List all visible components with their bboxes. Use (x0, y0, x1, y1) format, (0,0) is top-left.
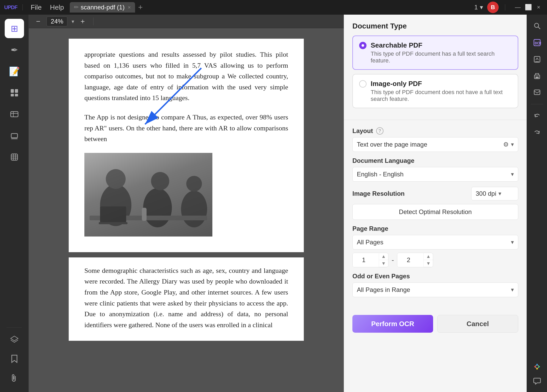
range-to-down[interactable]: ▼ (424, 260, 433, 267)
page-range-inputs: ▲ ▼ - ▲ ▼ (352, 253, 518, 267)
range-to-input[interactable] (397, 253, 423, 267)
range-from-input[interactable] (353, 253, 379, 267)
image-only-pdf-radio[interactable] (359, 80, 366, 88)
sidebar-item-convert[interactable] (5, 105, 24, 124)
resolution-value: 300 dpi (476, 190, 496, 197)
ocr-right-button[interactable]: OCR (530, 36, 544, 50)
document-type-title: Document Type (352, 22, 518, 30)
minimize-button[interactable]: — (514, 3, 522, 11)
sidebar-item-annotate[interactable]: 📝 (5, 62, 24, 81)
svg-rect-10 (11, 154, 18, 160)
svg-point-37 (536, 365, 539, 368)
action-buttons: Perform OCR Cancel (344, 310, 527, 340)
toolbar-sep (93, 18, 94, 25)
theme-right-button[interactable] (530, 360, 544, 374)
cancel-button[interactable]: Cancel (437, 315, 519, 333)
svg-rect-2 (11, 94, 14, 96)
page-range-value: All Pages (357, 239, 383, 246)
range-to-up[interactable]: ▲ (424, 253, 433, 260)
svg-point-28 (534, 23, 539, 27)
searchable-pdf-option[interactable]: Searchable PDF This type of PDF document… (352, 36, 518, 70)
svg-point-23 (186, 176, 202, 192)
resolution-setting: Image Resolution 300 dpi ▾ Detect Optima… (352, 187, 518, 220)
sidebar-item-protect[interactable] (5, 147, 24, 167)
page-range-label: Page Range (352, 225, 518, 232)
svg-rect-4 (11, 112, 18, 117)
detect-resolution-button[interactable]: Detect Optimal Resolution (352, 204, 518, 220)
undo-right-button[interactable] (530, 108, 544, 123)
language-label: Document Language (352, 157, 518, 164)
range-from-spin: ▲ ▼ (379, 253, 388, 267)
sidebar-item-viewer[interactable]: ⊞ (5, 19, 24, 38)
share-right-button[interactable] (530, 86, 544, 100)
range-from-up[interactable]: ▲ (379, 253, 388, 260)
range-from-down[interactable]: ▼ (379, 260, 388, 267)
odd-even-select[interactable]: All Pages in Range ▾ (352, 283, 518, 297)
resolution-arrow-icon[interactable]: ▾ (498, 190, 501, 197)
page-range-setting: Page Range All Pages ▾ ▲ ▼ - (352, 225, 518, 267)
odd-even-arrow-icon[interactable]: ▾ (511, 286, 514, 293)
layout-label: Layout ? (352, 127, 518, 135)
left-sidebar: ⊞ ✒ 📝 (0, 15, 29, 392)
user-avatar[interactable]: B (487, 2, 499, 13)
svg-rect-3 (15, 94, 18, 96)
resolution-select[interactable]: 300 dpi ▾ (471, 187, 518, 200)
searchable-pdf-text: Searchable PDF This type of PDF document… (371, 41, 511, 64)
add-tab-button[interactable]: + (136, 2, 145, 13)
page-range-arrow-icon[interactable]: ▾ (511, 239, 514, 246)
layout-setting: Layout ? Text over the page image ⚙ ▾ (352, 127, 518, 152)
redo-right-button[interactable] (530, 125, 544, 139)
searchable-pdf-desc: This type of PDF document has a full tex… (371, 50, 511, 64)
tab-close-button[interactable]: × (128, 4, 131, 10)
sidebar-item-edit[interactable]: ✒ (5, 40, 24, 60)
layout-arrow-icon[interactable]: ▾ (511, 141, 514, 148)
sidebar-item-attach[interactable] (5, 368, 24, 388)
comment-right-button[interactable] (530, 374, 544, 388)
pdf-image (84, 153, 212, 237)
zoom-in-button[interactable]: + (78, 16, 87, 27)
export-right-button[interactable] (530, 52, 544, 66)
svg-rect-32 (534, 56, 540, 62)
zoom-arrow-icon[interactable]: ▾ (72, 18, 74, 25)
layout-help-icon[interactable]: ? (376, 127, 383, 135)
zoom-out-button[interactable]: − (34, 16, 42, 27)
close-button[interactable]: × (534, 3, 543, 11)
toolbar: − 24% ▾ + (29, 15, 344, 28)
page-range-select[interactable]: All Pages ▾ (352, 235, 518, 250)
sidebar-bottom-icons (5, 325, 24, 388)
language-arrow-icon[interactable]: ▾ (511, 171, 514, 178)
tab-edit-icon: ✏ (74, 4, 79, 11)
menu-help[interactable]: Help (47, 2, 66, 13)
odd-even-label: Odd or Even Pages (352, 273, 518, 280)
right-bar-bottom (530, 360, 544, 388)
svg-rect-25 (100, 206, 126, 223)
page-nav[interactable]: 1 ▾ (474, 4, 483, 11)
search-right-button[interactable] (530, 19, 544, 33)
image-only-pdf-label: Image-only PDF (371, 80, 511, 88)
sidebar-item-layers[interactable] (5, 330, 24, 349)
sidebar-item-organize[interactable] (5, 83, 24, 102)
sidebar-item-stamp[interactable] (5, 126, 24, 145)
tab-scanned-pdf[interactable]: ✏ scanned-pdf (1) × (70, 2, 135, 13)
language-setting: Document Language English - English ▾ (352, 157, 518, 182)
window-controls: — ⬜ × (514, 3, 543, 11)
menu-file[interactable]: File (28, 2, 44, 13)
maximize-button[interactable]: ⬜ (524, 3, 532, 11)
language-select[interactable]: English - English ▾ (352, 167, 518, 182)
perform-ocr-button[interactable]: Perform OCR (352, 315, 433, 333)
image-only-pdf-option[interactable]: Image-only PDF This type of PDF document… (352, 74, 518, 108)
searchable-pdf-radio[interactable] (359, 42, 366, 49)
sidebar-item-bookmark[interactable] (5, 349, 24, 368)
print-right-button[interactable] (530, 69, 544, 83)
layout-select[interactable]: Text over the page image ⚙ ▾ (352, 137, 518, 152)
language-value: English - English (357, 171, 404, 178)
document-type-section: Document Type Searchable PDF This type o… (344, 15, 527, 120)
page-nav-arrow[interactable]: ▾ (480, 4, 483, 11)
title-sep (22, 4, 23, 10)
tab-label: scanned-pdf (1) (81, 4, 125, 11)
layout-gear-icon[interactable]: ⚙ (503, 141, 509, 148)
range-from-box: ▲ ▼ (352, 253, 388, 267)
svg-point-41 (536, 368, 538, 370)
svg-rect-26 (99, 222, 127, 224)
svg-rect-35 (536, 77, 539, 78)
